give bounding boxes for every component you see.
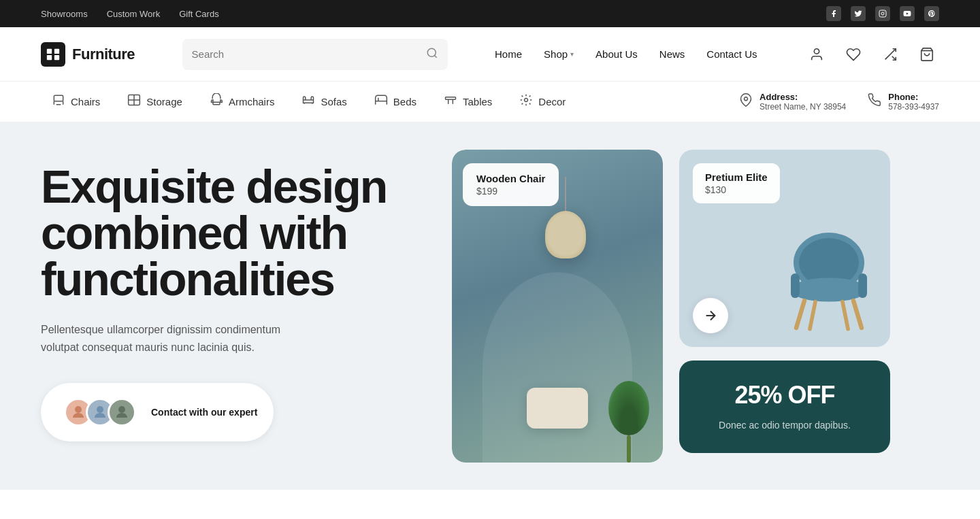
cat-chairs[interactable]: Chairs: [41, 88, 111, 116]
search-box: [182, 39, 448, 70]
svg-rect-6: [47, 54, 52, 59]
cat-storage-label: Storage: [146, 96, 182, 107]
contact-expert-label: Contact with our expert: [151, 407, 257, 418]
cat-sofas-label: Sofas: [321, 96, 346, 107]
pinterest-icon[interactable]: [924, 6, 939, 21]
top-bar-socials: [826, 6, 939, 21]
cat-beds[interactable]: Beds: [363, 88, 427, 116]
address-text: Address: Street Name, NY 38954: [760, 92, 846, 112]
lamp-cord: [565, 177, 566, 211]
cat-storage[interactable]: Storage: [116, 88, 193, 116]
right-product-name: Pretium Elite: [705, 171, 768, 183]
arrow-button[interactable]: [693, 298, 728, 333]
cat-armchairs-label: Armchairs: [229, 96, 275, 107]
svg-rect-0: [879, 10, 886, 17]
topbar-gift-cards[interactable]: Gift Cards: [179, 9, 219, 19]
contact-info: Address: Street Name, NY 38954 Phone: 57…: [739, 92, 939, 112]
category-nav: Chairs Storage Armchairs Sofas Beds: [0, 82, 980, 122]
svg-rect-4: [47, 48, 52, 53]
header: Furniture Home Shop ▾ About Us News Cont…: [0, 27, 980, 82]
cat-tables-label: Tables: [463, 96, 492, 107]
svg-rect-30: [858, 273, 867, 298]
shop-chevron: ▾: [570, 50, 574, 58]
nav-about[interactable]: About Us: [595, 48, 638, 60]
svg-point-24: [97, 406, 103, 413]
location-icon: [739, 93, 753, 110]
topbar-showrooms[interactable]: Showrooms: [41, 9, 88, 19]
address-label: Address:: [760, 92, 846, 102]
avatar-3: [108, 398, 136, 426]
svg-line-34: [843, 302, 848, 329]
top-bar: Showrooms Custom Work Gift Cards: [0, 0, 980, 27]
sofas-icon: [301, 93, 315, 110]
cat-armchairs[interactable]: Armchairs: [199, 88, 286, 116]
top-bar-links: Showrooms Custom Work Gift Cards: [41, 9, 219, 19]
svg-point-23: [75, 406, 82, 413]
phone-value: 578-393-4937: [888, 102, 939, 112]
svg-line-9: [434, 55, 436, 57]
plant-leaves: [608, 381, 649, 435]
nav-shop[interactable]: Shop ▾: [544, 48, 574, 60]
cat-beds-label: Beds: [393, 96, 416, 107]
cat-tables[interactable]: Tables: [433, 88, 503, 116]
hero-title: Exquisite design combined with functiona…: [41, 163, 436, 302]
expert-avatars: [57, 392, 143, 432]
hero-left: Exquisite design combined with functiona…: [41, 150, 436, 441]
svg-line-32: [853, 301, 862, 328]
nav-news[interactable]: News: [659, 48, 685, 60]
center-product-price: $199: [476, 186, 545, 197]
svg-point-1: [881, 12, 884, 15]
main-nav: Home Shop ▾ About Us News Contact Us: [495, 48, 757, 60]
nav-contact[interactable]: Contact Us: [706, 48, 757, 60]
promo-text: Donec ac odio tempor dapibus.: [696, 418, 874, 433]
search-icon[interactable]: [426, 47, 438, 62]
address-detail: Address: Street Name, NY 38954: [739, 92, 846, 112]
address-value: Street Name, NY 38954: [760, 102, 846, 112]
lamp-shade: [545, 211, 586, 258]
facebook-icon[interactable]: [826, 6, 841, 21]
center-product-card: Wooden Chair $199: [463, 163, 559, 206]
svg-line-33: [810, 302, 815, 329]
wishlist-icon[interactable]: [841, 42, 866, 67]
svg-point-22: [745, 97, 748, 101]
right-product-price: $130: [705, 184, 768, 195]
tables-icon: [444, 93, 457, 110]
topbar-custom-work[interactable]: Custom Work: [107, 9, 161, 19]
cushion-decoration: [527, 388, 588, 429]
cart-icon[interactable]: [915, 42, 939, 67]
svg-rect-7: [54, 54, 59, 59]
svg-point-10: [814, 48, 819, 53]
contact-expert-button[interactable]: Contact with our expert: [41, 383, 274, 441]
compare-icon[interactable]: [878, 42, 902, 67]
svg-rect-18: [445, 97, 455, 99]
right-product-info: Pretium Elite $130: [693, 163, 780, 203]
cat-chairs-label: Chairs: [71, 96, 100, 107]
logo-icon: [41, 42, 65, 67]
svg-point-2: [884, 12, 885, 12]
twitter-icon[interactable]: [851, 6, 866, 21]
promo-percent: 25% OFF: [696, 381, 874, 409]
plant-decoration: [608, 381, 649, 463]
phone-detail: Phone: 578-393-4937: [868, 92, 939, 112]
hero-center-image: Wooden Chair $199: [452, 150, 663, 463]
promo-card: 25% OFF Donec ac odio tempor dapibus.: [679, 361, 890, 453]
hero-cta: Contact with our expert: [41, 383, 436, 441]
plant-stem: [627, 435, 631, 463]
category-items: Chairs Storage Armchairs Sofas Beds: [41, 88, 576, 116]
phone-text: Phone: 578-393-4937: [888, 92, 939, 112]
hero-right: Pretium Elite $130: [679, 150, 890, 453]
svg-point-28: [791, 278, 867, 301]
logo[interactable]: Furniture: [41, 42, 135, 67]
nav-home[interactable]: Home: [495, 48, 522, 60]
phone-icon: [868, 93, 881, 110]
search-input[interactable]: [192, 48, 421, 60]
right-product-card: Pretium Elite $130: [679, 150, 890, 347]
account-icon[interactable]: [804, 42, 829, 67]
instagram-icon[interactable]: [875, 6, 890, 21]
youtube-icon[interactable]: [900, 6, 915, 21]
cat-decor[interactable]: Decor: [508, 88, 576, 116]
decor-icon: [519, 93, 533, 110]
svg-point-21: [525, 99, 528, 102]
cat-sofas[interactable]: Sofas: [291, 88, 357, 116]
svg-rect-29: [791, 273, 800, 298]
